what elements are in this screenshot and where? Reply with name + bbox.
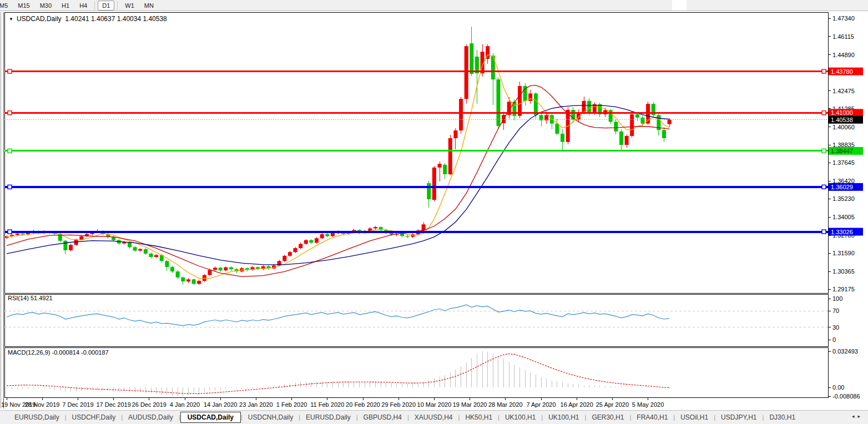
timeframe-toolbar: M5M15M30H1H4D1W1MN xyxy=(0,0,868,11)
chart-symbol-label: USDCAD,Daily xyxy=(17,15,62,23)
price-pane xyxy=(4,12,828,293)
symbol-tab-UK100-H1[interactable]: UK100,H1 xyxy=(543,412,584,422)
date-tick-label: 28 Mar 2020 xyxy=(488,401,523,408)
symbol-tab-XAUUSD-H4[interactable]: XAUUSD,H4 xyxy=(409,412,458,422)
rsi-axis-label: 30 xyxy=(832,324,839,331)
symbol-tab-USDJPY-H1[interactable]: USDJPY,H1 xyxy=(715,412,762,422)
symbol-tab-GER30-H1[interactable]: GER30,H1 xyxy=(586,412,629,422)
candle xyxy=(625,136,629,145)
chart-ohlc-values: 1.40241 1.40637 1.40034 1.40538 xyxy=(65,15,167,23)
candle xyxy=(294,248,297,252)
candle xyxy=(213,267,217,270)
level-handle[interactable] xyxy=(822,69,826,73)
candle xyxy=(320,234,324,238)
candle xyxy=(63,241,67,250)
date-tick-label: 5 May 2020 xyxy=(632,401,664,408)
level-handle[interactable] xyxy=(822,111,826,115)
timeframe-button-D1[interactable]: D1 xyxy=(98,1,114,11)
candle xyxy=(181,277,185,281)
timeframe-button-M5[interactable]: M5 xyxy=(0,1,12,11)
date-tick-label: 1 Feb 2020 xyxy=(276,401,307,408)
symbol-tab-EURUSD-Daily[interactable]: EURUSD,Daily xyxy=(9,412,65,422)
date-tick-label: 20 Feb 2020 xyxy=(346,401,380,408)
candle xyxy=(497,79,501,126)
level-handle[interactable] xyxy=(822,149,826,153)
candle xyxy=(668,120,672,124)
candle xyxy=(465,46,468,99)
symbol-tab-USDCAD-Daily[interactable]: USDCAD,Daily xyxy=(180,412,241,423)
symbol-tab-DJ30-H1[interactable]: DJ30,H1 xyxy=(764,412,801,422)
level-handle[interactable] xyxy=(822,230,826,234)
timeframe-button-MN[interactable]: MN xyxy=(140,1,158,11)
price-axis: 1.473401.461151.448901.424751.412851.400… xyxy=(828,15,863,292)
symbol-tab-USDCNH-Daily[interactable]: USDCNH,Daily xyxy=(243,412,299,422)
date-tick-label: 14 Jan 2020 xyxy=(204,401,238,408)
symbol-tab-USOil-H1[interactable]: USOil,H1 xyxy=(675,412,714,422)
price-tick-label: 1.40060 xyxy=(832,124,855,130)
timeframe-button-M30[interactable]: M30 xyxy=(36,1,56,11)
candle xyxy=(79,236,83,240)
price-tick-label: 1.29175 xyxy=(832,286,855,292)
symbol-tab-FRA40-H1[interactable]: FRA40,H1 xyxy=(631,412,673,422)
candle xyxy=(208,270,211,275)
symbol-tab-AUDUSD-Daily[interactable]: AUDUSD,Daily xyxy=(123,412,179,422)
svg-text:1.40538: 1.40538 xyxy=(831,117,853,123)
symbol-tab-bar: EURUSD,Daily|USDCHF,Daily|AUDUSD,Daily|U… xyxy=(0,410,868,424)
candle xyxy=(614,122,618,132)
svg-text:1.43780: 1.43780 xyxy=(831,68,853,75)
tab-scroll-right-icon[interactable]: ▸ xyxy=(857,413,864,419)
macd-axis-label: 0.032493 xyxy=(832,348,858,355)
tab-scroll-arrows[interactable]: ◂▸ xyxy=(852,413,864,419)
date-tick-label: 16 Apr 2020 xyxy=(561,401,593,408)
date-tick-label: 7 Dec 2019 xyxy=(62,401,93,408)
level-handle[interactable] xyxy=(8,149,12,153)
level-handle[interactable] xyxy=(8,111,12,115)
level-handle[interactable] xyxy=(8,230,12,234)
candle xyxy=(165,261,169,267)
timeframe-button-H4[interactable]: H4 xyxy=(75,1,92,11)
candle xyxy=(282,256,286,261)
date-tick-label: 25 Apr 2020 xyxy=(596,401,629,408)
symbol-tab-USDCHF-Daily[interactable]: USDCHF,Daily xyxy=(67,412,122,422)
date-tick-label: 19 Mar 2020 xyxy=(453,401,487,408)
price-tick-label: 1.31590 xyxy=(832,250,855,256)
date-tick-label: 29 Feb 2020 xyxy=(381,401,416,408)
timeframe-button-H1[interactable]: H1 xyxy=(57,1,74,11)
candle xyxy=(374,227,377,228)
candle xyxy=(641,118,645,124)
rsi-pane xyxy=(4,294,828,346)
timeframe-button-M15[interactable]: M15 xyxy=(13,1,34,11)
candle xyxy=(438,164,442,168)
candle xyxy=(662,130,666,138)
candle xyxy=(229,267,233,270)
candle xyxy=(325,234,329,236)
candle xyxy=(470,43,473,74)
symbol-tab-EURUSD-Daily[interactable]: EURUSD,Daily xyxy=(300,412,356,422)
date-tick-label: 17 Dec 2019 xyxy=(96,401,130,408)
candle xyxy=(453,130,457,138)
candle xyxy=(170,267,174,271)
symbol-tab-UK100-H1[interactable]: UK100,H1 xyxy=(499,412,541,422)
candle xyxy=(619,132,623,145)
price-tick-label: 1.37645 xyxy=(832,159,855,166)
macd-axis-label: 0.00 xyxy=(832,384,844,391)
rsi-axis-label: 100 xyxy=(832,295,842,302)
tab-scroll-left-icon[interactable]: ◂ xyxy=(852,413,858,419)
date-tick-label: 26 Dec 2019 xyxy=(132,401,166,408)
candle xyxy=(138,249,142,251)
symbol-tab-HK50-H1[interactable]: HK50,H1 xyxy=(460,412,498,422)
candle xyxy=(443,165,447,174)
candle xyxy=(635,114,639,118)
chart-dropdown-icon[interactable]: ▼ xyxy=(9,17,13,22)
candle xyxy=(630,114,634,136)
toolbar-separator xyxy=(117,1,118,10)
level-handle[interactable] xyxy=(822,185,826,189)
candle xyxy=(144,249,148,254)
candle xyxy=(534,93,538,115)
candle xyxy=(16,234,19,235)
level-handle[interactable] xyxy=(8,69,12,73)
symbol-tab-GBPUSD-H4[interactable]: GBPUSD,H4 xyxy=(358,412,407,422)
level-handle[interactable] xyxy=(8,185,12,189)
candle xyxy=(555,124,559,134)
timeframe-button-W1[interactable]: W1 xyxy=(120,1,139,11)
